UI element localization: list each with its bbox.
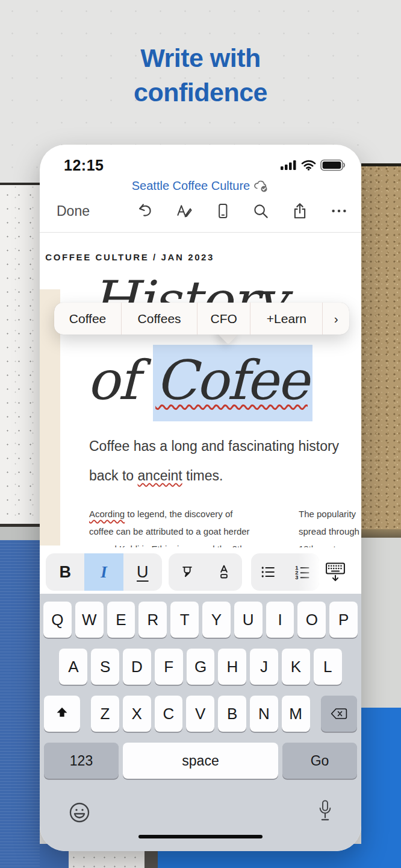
- hero-title: Write with confidence: [0, 41, 401, 110]
- font-color-icon[interactable]: [205, 553, 242, 591]
- key-f[interactable]: F: [155, 649, 183, 685]
- toolbar-fade: [299, 553, 319, 591]
- key-i[interactable]: I: [266, 602, 294, 638]
- shift-icon[interactable]: [44, 696, 80, 732]
- doc-heading-line2: of Cofee: [87, 348, 312, 412]
- misspelled-word-2: Acording: [89, 509, 125, 519]
- hero-title-line1: Write with: [0, 41, 401, 75]
- misspelled-word: anceint: [138, 468, 182, 483]
- key-k[interactable]: K: [282, 649, 310, 685]
- breadcrumb: E COFFEE CULTURE / JAN 2023: [40, 252, 214, 262]
- speckled-panel-left: [0, 183, 40, 527]
- suggestion-learn[interactable]: +Learn: [250, 303, 323, 335]
- emoji-icon[interactable]: [67, 800, 92, 827]
- suggestion-more-chevron[interactable]: ›: [323, 303, 349, 335]
- suggestion-cfo[interactable]: CFO: [197, 303, 250, 335]
- document-title-bar[interactable]: Seattle Coffee Culture: [40, 179, 361, 197]
- header-divider: [40, 232, 361, 233]
- hero-title-line2: confidence: [0, 75, 401, 110]
- wall-lower-right: [361, 538, 401, 708]
- status-icons: [281, 159, 346, 174]
- key-e[interactable]: E: [107, 602, 135, 638]
- key-t[interactable]: T: [170, 602, 199, 638]
- done-button[interactable]: Done: [57, 203, 90, 219]
- doc-paragraph-line2: back to anceint times.: [89, 461, 339, 491]
- backspace-icon[interactable]: [321, 696, 357, 732]
- key-l[interactable]: L: [314, 649, 342, 685]
- key-j[interactable]: J: [250, 649, 278, 685]
- key-s[interactable]: S: [91, 649, 119, 685]
- document-title[interactable]: Seattle Coffee Culture: [132, 179, 250, 192]
- key-space[interactable]: space: [123, 743, 278, 779]
- shelf-edge-right: [361, 529, 401, 538]
- suggestion-coffee[interactable]: Coffee: [54, 303, 122, 335]
- wifi-icon: [301, 160, 316, 173]
- highlighter-icon[interactable]: [169, 553, 205, 591]
- mobile-view-icon[interactable]: [214, 202, 231, 220]
- key-u[interactable]: U: [234, 602, 263, 638]
- key-r[interactable]: R: [138, 602, 167, 638]
- key-q[interactable]: Q: [43, 602, 72, 638]
- edit-pen-icon[interactable]: [175, 202, 193, 220]
- share-icon[interactable]: [291, 202, 309, 220]
- hide-keyboard-icon[interactable]: [324, 561, 347, 585]
- underline-button[interactable]: U: [123, 553, 162, 591]
- italic-button-active[interactable]: I: [84, 553, 123, 591]
- key-b[interactable]: B: [218, 696, 246, 732]
- key-z[interactable]: Z: [91, 696, 119, 732]
- bullet-list-icon[interactable]: [251, 553, 285, 591]
- phone-mockup: 12:15 Seattle Coffee Culture: [40, 145, 361, 851]
- key-y[interactable]: Y: [202, 602, 231, 638]
- suggestion-coffees[interactable]: Coffees: [122, 303, 197, 335]
- key-n[interactable]: N: [250, 696, 278, 732]
- blue-tile-right: [361, 708, 401, 868]
- undo-icon[interactable]: [136, 202, 154, 220]
- keyboard: Q W E R T Y U I O P A S D F G H J K L: [40, 594, 361, 851]
- key-g[interactable]: G: [187, 649, 215, 685]
- home-indicator[interactable]: [138, 835, 263, 838]
- key-o[interactable]: O: [297, 602, 326, 638]
- key-h[interactable]: H: [218, 649, 246, 685]
- key-a[interactable]: A: [59, 649, 87, 685]
- status-time: 12:15: [64, 157, 104, 174]
- key-v[interactable]: V: [186, 696, 214, 732]
- format-toolbar: B I U: [40, 547, 361, 594]
- more-icon[interactable]: [330, 202, 348, 220]
- key-go[interactable]: Go: [282, 743, 357, 779]
- key-p[interactable]: P: [329, 602, 358, 638]
- cork-board: [361, 163, 401, 532]
- svg-text:3: 3: [295, 574, 298, 580]
- key-c[interactable]: C: [155, 696, 183, 732]
- bold-button[interactable]: B: [46, 553, 84, 591]
- cloud-synced-icon: [253, 179, 269, 197]
- key-m[interactable]: M: [282, 696, 310, 732]
- shelf-edge-left: [0, 527, 40, 540]
- key-d[interactable]: D: [123, 649, 151, 685]
- key-x[interactable]: X: [123, 696, 151, 732]
- key-123[interactable]: 123: [44, 743, 119, 779]
- doc-paragraph: Coffee has a long and fascinating histor…: [89, 432, 339, 491]
- battery-icon: [320, 159, 346, 174]
- signal-icon: [281, 160, 297, 173]
- denim-texture-left: [0, 540, 40, 868]
- search-icon[interactable]: [252, 202, 270, 220]
- key-w[interactable]: W: [75, 602, 104, 638]
- selected-word[interactable]: Cofee: [153, 345, 312, 421]
- mic-icon[interactable]: [317, 799, 334, 827]
- doc-paragraph-line1: Coffee has a long and fascinating histor…: [89, 432, 339, 461]
- suggestion-popup: Coffee Coffees CFO +Learn ›: [54, 303, 349, 335]
